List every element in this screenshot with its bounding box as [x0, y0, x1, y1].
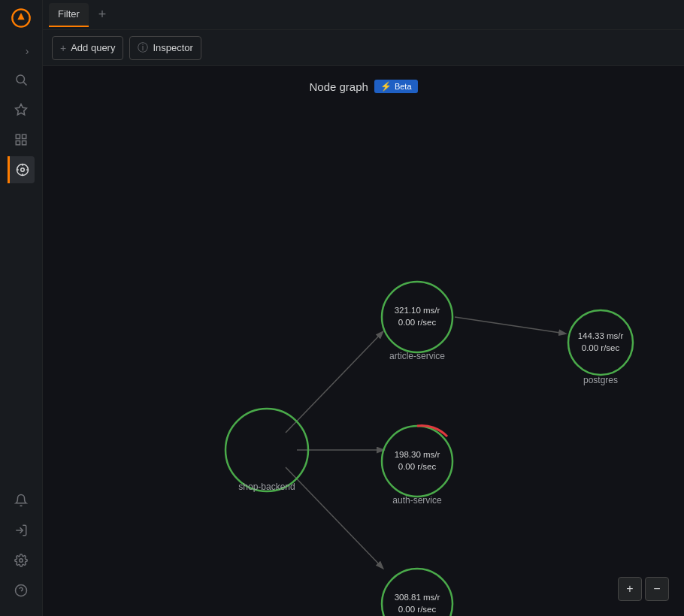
svg-rect-6: [16, 141, 20, 145]
node-postgres-ms: 144.33 ms/r: [578, 331, 624, 340]
node-article-service-label: article-service: [389, 351, 445, 361]
sidebar-item-profile[interactable]: [8, 517, 35, 544]
svg-rect-5: [23, 134, 26, 138]
svg-rect-4: [16, 134, 20, 138]
svg-point-9: [20, 168, 24, 172]
svg-rect-7: [23, 141, 26, 145]
add-tab-button[interactable]: +: [92, 5, 113, 26]
node-postgres-circle[interactable]: [568, 310, 633, 375]
add-query-button[interactable]: + Add query: [52, 36, 123, 60]
svg-point-1: [17, 75, 25, 83]
inspector-label: Inspector: [153, 42, 192, 53]
sidebar-item-favorites[interactable]: [8, 96, 35, 123]
node-auth-service-circle-green[interactable]: [382, 426, 452, 497]
node-postgres-label: postgres: [583, 375, 618, 385]
sidebar: ›: [0, 0, 43, 616]
graph-area: Node graph ⚡ Beta shop-backend: [43, 66, 684, 616]
node-article-rps: 0.00 r/sec: [398, 318, 437, 327]
plus-icon: +: [60, 42, 66, 54]
tab-filter-label: Filter: [58, 8, 80, 20]
node-graph-svg: shop-backend 321.10 ms/r 0.00 r/sec arti…: [43, 66, 684, 616]
zoom-controls: + −: [618, 577, 669, 601]
sidebar-nav: [0, 66, 42, 481]
sidebar-item-alerts[interactable]: [8, 487, 35, 514]
main-content: Filter + + Add query ⓘ Inspector Node gr…: [43, 0, 684, 616]
tabs-bar: Filter +: [43, 0, 684, 30]
node-auth-service-label: auth-service: [392, 495, 442, 506]
sidebar-item-explore[interactable]: [8, 156, 35, 183]
sidebar-item-help[interactable]: [8, 577, 35, 604]
node-auth-rps: 0.00 r/sec: [398, 462, 437, 471]
svg-line-2: [23, 82, 26, 85]
node-cart-ms: 308.81 ms/r: [395, 593, 440, 602]
node-article-ms: 321.10 ms/r: [395, 306, 440, 315]
zoom-out-button[interactable]: −: [645, 577, 669, 601]
svg-marker-3: [16, 104, 27, 115]
node-shop-backend-label: shop-backend: [238, 482, 295, 492]
node-cart-rps: 0.00 r/sec: [398, 605, 437, 614]
sidebar-item-settings[interactable]: [8, 547, 35, 574]
edge-shop-to-article: [286, 332, 383, 433]
sidebar-item-dashboards[interactable]: [8, 126, 35, 153]
add-query-label: Add query: [71, 42, 115, 53]
sidebar-item-search[interactable]: [8, 66, 35, 93]
edge-article-to-postgres: [455, 317, 565, 334]
zoom-in-button[interactable]: +: [618, 577, 642, 601]
toolbar: + Add query ⓘ Inspector: [43, 30, 684, 66]
node-postgres-rps: 0.00 r/sec: [582, 343, 620, 352]
collapse-sidebar-button[interactable]: ›: [18, 42, 36, 60]
node-auth-service-error-arc: [417, 426, 447, 436]
node-article-service-circle[interactable]: [382, 282, 452, 352]
sidebar-toggle-area: ›: [0, 42, 42, 60]
node-shop-backend-circle[interactable]: [225, 409, 308, 491]
info-icon: ⓘ: [138, 41, 148, 55]
tab-filter[interactable]: Filter: [49, 3, 89, 27]
node-auth-ms: 198.30 ms/r: [395, 450, 440, 459]
svg-point-15: [20, 559, 23, 563]
inspector-button[interactable]: ⓘ Inspector: [129, 36, 201, 60]
edge-shop-to-cart: [286, 467, 383, 568]
sidebar-bottom: [0, 481, 42, 610]
app-logo: [9, 6, 33, 30]
